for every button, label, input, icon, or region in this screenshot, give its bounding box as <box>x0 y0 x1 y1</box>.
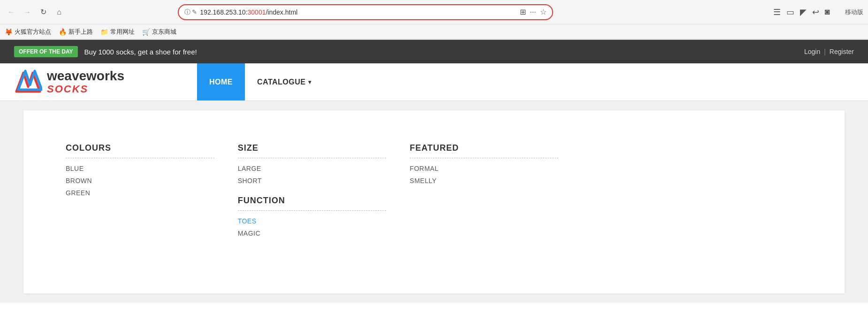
function-divider <box>238 210 387 211</box>
address-bar[interactable]: ⓘ ✎ 192.168.253.10:30001/index.html ⊞ ··… <box>178 4 553 20</box>
login-link[interactable]: Login <box>804 48 820 55</box>
size-divider <box>238 158 387 158</box>
bookmark-foxsite[interactable]: 🦊 火狐官方站点 <box>5 28 51 36</box>
filter-item-formal[interactable]: FORMAL <box>410 165 558 172</box>
filter-column-featured: FEATURED FORMAL SMELLY <box>400 134 572 251</box>
bookmark-foxsite-label: 火狐官方站点 <box>15 28 51 36</box>
library-icon[interactable]: ☰ <box>773 7 781 17</box>
bookmark-jd[interactable]: 🛒 京东商城 <box>142 28 176 36</box>
url-port: 30001 <box>248 8 266 16</box>
newbie-icon: 🔥 <box>59 28 67 36</box>
featured-title: FEATURED <box>410 143 558 153</box>
more-icon: ··· <box>530 8 536 16</box>
browser-chrome: ← → ↻ ⌂ ⓘ ✎ 192.168.253.10:30001/index.h… <box>0 0 868 40</box>
bookmark-newbie-label: 新手上路 <box>69 28 93 36</box>
foxsite-icon: 🦊 <box>5 28 13 36</box>
filters-grid: COLOURS BLUE BROWN GREEN SIZE LARGE SHOR… <box>56 134 572 251</box>
bookmark-common-label: 常用网址 <box>110 28 135 36</box>
url-display: 192.168.253.10:30001/index.html <box>200 8 520 16</box>
offer-right: Login | Register <box>804 48 854 55</box>
forward-button[interactable]: → <box>21 6 34 19</box>
filter-column-size: SIZE LARGE SHORT FUNCTION TOES MAGIC <box>228 134 401 251</box>
colours-divider <box>66 158 214 158</box>
screenshot-icon[interactable]: ◤ <box>800 7 807 17</box>
logo-brand: weaveworks <box>47 69 124 84</box>
home-button[interactable]: ⌂ <box>53 6 66 19</box>
featured-divider <box>410 158 558 158</box>
nav-catalogue-label: CATALOGUE <box>257 78 305 86</box>
bookmarks-bar: 🦊 火狐官方站点 🔥 新手上路 📁 常用网址 🛒 京东商城 <box>0 24 868 39</box>
filter-item-green[interactable]: GREEN <box>66 189 214 197</box>
undo-icon[interactable]: ↩ <box>812 7 819 17</box>
function-section: FUNCTION TOES MAGIC <box>238 196 387 237</box>
offer-left: OFFER OF THE DAY Buy 1000 socks, get a s… <box>14 46 197 57</box>
back-button[interactable]: ← <box>5 6 18 19</box>
filter-item-blue[interactable]: BLUE <box>66 165 214 172</box>
browser-toolbar: ← → ↻ ⌂ ⓘ ✎ 192.168.253.10:30001/index.h… <box>0 0 868 24</box>
nav-buttons: ← → ↻ ⌂ <box>5 6 66 19</box>
content-card: COLOURS BLUE BROWN GREEN SIZE LARGE SHOR… <box>23 110 845 293</box>
filter-item-smelly[interactable]: SMELLY <box>410 177 558 184</box>
function-title: FUNCTION <box>238 196 387 206</box>
main-header: weaveworks SOCKS HOME CATALOGUE ▾ <box>0 63 868 101</box>
colours-title: COLOURS <box>66 143 214 153</box>
nav-home[interactable]: HOME <box>197 63 245 100</box>
browser-right-icons: ☰ ▭ ◤ ↩ ◙ 移动版 <box>773 7 863 17</box>
mobile-label: 移动版 <box>845 8 863 16</box>
nav-home-label: HOME <box>209 78 233 86</box>
nav-area: HOME CATALOGUE ▾ <box>197 63 324 100</box>
page-wrapper: COLOURS BLUE BROWN GREEN SIZE LARGE SHOR… <box>0 101 868 303</box>
filter-item-toes[interactable]: TOES <box>238 217 387 225</box>
sidebar-icon[interactable]: ▭ <box>786 7 794 17</box>
permissions-icon: ⊞ <box>520 8 526 16</box>
filter-item-magic[interactable]: MAGIC <box>238 230 387 237</box>
logo-product: SOCKS <box>47 84 124 95</box>
bookmark-common[interactable]: 📁 常用网址 <box>100 28 135 36</box>
offer-bar: OFFER OF THE DAY Buy 1000 socks, get a s… <box>0 40 868 63</box>
nav-catalogue[interactable]: CATALOGUE ▾ <box>245 63 324 100</box>
filter-item-short[interactable]: SHORT <box>238 177 387 184</box>
chevron-down-icon: ▾ <box>308 79 312 85</box>
address-bar-actions: ⊞ ··· ☆ <box>520 8 546 16</box>
logo-area: weaveworks SOCKS <box>0 63 197 100</box>
offer-message: Buy 1000 socks, get a shoe for free! <box>84 48 197 56</box>
account-icon[interactable]: ◙ <box>825 7 830 17</box>
bookmark-newbie[interactable]: 🔥 新手上路 <box>59 28 93 36</box>
bookmark-jd-label: 京东商城 <box>152 28 176 36</box>
filter-item-brown[interactable]: BROWN <box>66 177 214 184</box>
offer-badge: OFFER OF THE DAY <box>14 46 78 57</box>
bookmark-star-icon[interactable]: ☆ <box>540 8 547 16</box>
reload-button[interactable]: ↻ <box>37 6 50 19</box>
filter-item-large[interactable]: LARGE <box>238 165 387 172</box>
common-icon: 📁 <box>100 28 108 36</box>
logo-icon <box>14 68 42 96</box>
register-link[interactable]: Register <box>830 48 854 55</box>
url-host: 192.168.253.10: <box>200 8 247 16</box>
main-content: COLOURS BLUE BROWN GREEN SIZE LARGE SHOR… <box>28 120 840 284</box>
size-title: SIZE <box>238 143 387 153</box>
logo-text: weaveworks SOCKS <box>47 69 124 95</box>
offer-divider: | <box>824 48 826 55</box>
filter-column-colours: COLOURS BLUE BROWN GREEN <box>56 134 228 251</box>
jd-icon: 🛒 <box>142 28 150 36</box>
security-icon: ⓘ ✎ <box>184 8 198 16</box>
url-path: /index.html <box>266 8 297 16</box>
